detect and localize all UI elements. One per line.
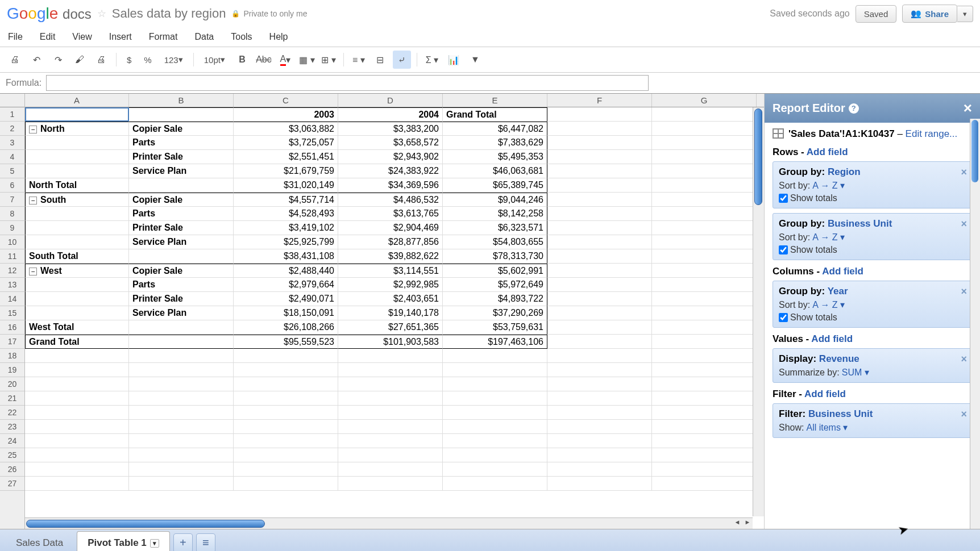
cell[interactable]: [652, 292, 757, 306]
cell[interactable]: $3,725,057: [234, 136, 338, 150]
row-header[interactable]: 23: [0, 420, 24, 434]
cell[interactable]: [25, 292, 129, 306]
cell[interactable]: [338, 406, 443, 420]
menu-data[interactable]: Data: [194, 32, 214, 42]
show-totals-checkbox[interactable]: [779, 313, 788, 322]
cell[interactable]: [129, 178, 234, 193]
cell[interactable]: [25, 107, 129, 122]
row-header[interactable]: 19: [0, 363, 24, 377]
cell[interactable]: [652, 207, 757, 221]
cell[interactable]: [338, 477, 443, 491]
cell[interactable]: $46,063,681: [443, 164, 547, 178]
cell[interactable]: $3,613,765: [338, 207, 443, 221]
cell[interactable]: 2004: [338, 107, 443, 122]
cell[interactable]: [547, 235, 652, 249]
cell[interactable]: $3,658,572: [338, 136, 443, 150]
cell[interactable]: West Total: [25, 320, 129, 335]
remove-icon[interactable]: ×: [961, 166, 967, 178]
cell[interactable]: $65,389,745: [443, 178, 547, 193]
col-header[interactable]: G: [652, 94, 757, 107]
col-header[interactable]: B: [129, 94, 234, 107]
cell[interactable]: Parts: [129, 136, 234, 150]
add-values-field[interactable]: Add field: [811, 333, 853, 344]
cell[interactable]: [25, 306, 129, 320]
bold-icon[interactable]: B: [233, 51, 251, 69]
menu-tools[interactable]: Tools: [231, 32, 252, 42]
row-header[interactable]: 26: [0, 462, 24, 477]
sort-dropdown[interactable]: A → Z ▾: [812, 232, 845, 243]
cell[interactable]: $2,488,440: [234, 264, 338, 278]
col-header[interactable]: E: [443, 94, 547, 107]
cell[interactable]: South Total: [25, 249, 129, 264]
add-rows-field[interactable]: Add field: [807, 147, 848, 157]
all-sheets-button[interactable]: ≡: [196, 533, 215, 552]
cell[interactable]: [129, 249, 234, 264]
cell[interactable]: [129, 420, 234, 434]
cell[interactable]: [652, 122, 757, 136]
cell[interactable]: [443, 462, 547, 477]
share-dropdown[interactable]: ▾: [957, 6, 973, 22]
cell[interactable]: [338, 391, 443, 406]
row-header[interactable]: 11: [0, 249, 24, 264]
cell[interactable]: [547, 420, 652, 434]
number-format[interactable]: 123 ▾: [160, 51, 188, 69]
cell[interactable]: [25, 207, 129, 221]
cell[interactable]: [547, 349, 652, 363]
cell[interactable]: [129, 363, 234, 377]
cell[interactable]: [652, 306, 757, 320]
cell[interactable]: [338, 462, 443, 477]
cell[interactable]: $6,323,571: [443, 221, 547, 235]
cell[interactable]: [547, 249, 652, 264]
cell[interactable]: [652, 164, 757, 178]
cell[interactable]: [652, 462, 757, 477]
col-header[interactable]: F: [547, 94, 652, 107]
cell[interactable]: [652, 278, 757, 292]
cell[interactable]: [547, 264, 652, 278]
row-header[interactable]: 9: [0, 221, 24, 235]
merge-icon[interactable]: ⊟: [371, 51, 389, 69]
cell[interactable]: [129, 377, 234, 391]
undo-icon[interactable]: ↶: [27, 51, 45, 69]
cell[interactable]: [234, 391, 338, 406]
cell[interactable]: $2,904,469: [338, 221, 443, 235]
cell[interactable]: $9,044,246: [443, 193, 547, 207]
cell[interactable]: [338, 377, 443, 391]
cell[interactable]: [129, 349, 234, 363]
cell[interactable]: [652, 335, 757, 349]
row-group-region[interactable]: × Group by: Region Sort by: A → Z ▾ Show…: [773, 161, 972, 208]
cell[interactable]: [652, 448, 757, 462]
cell[interactable]: [25, 136, 129, 150]
row-header[interactable]: 20: [0, 377, 24, 391]
cell[interactable]: $37,290,269: [443, 306, 547, 320]
cell[interactable]: [129, 335, 234, 349]
cell[interactable]: Grand Total: [443, 107, 547, 122]
cell[interactable]: [25, 150, 129, 164]
row-header[interactable]: 15: [0, 306, 24, 320]
cell[interactable]: [129, 406, 234, 420]
add-sheet-button[interactable]: +: [173, 533, 193, 552]
row-header[interactable]: 4: [0, 150, 24, 164]
cell[interactable]: $5,602,991: [443, 264, 547, 278]
collapse-icon[interactable]: −: [29, 197, 37, 204]
font-size[interactable]: 10pt ▾: [200, 51, 230, 69]
print-icon[interactable]: 🖨: [6, 51, 24, 69]
cell[interactable]: $8,142,258: [443, 207, 547, 221]
cell[interactable]: [547, 164, 652, 178]
cell[interactable]: [234, 448, 338, 462]
close-icon[interactable]: ×: [964, 99, 972, 117]
cell[interactable]: 2003: [234, 107, 338, 122]
cell[interactable]: [338, 349, 443, 363]
cell[interactable]: [652, 420, 757, 434]
cell[interactable]: $3,063,882: [234, 122, 338, 136]
cell[interactable]: $3,383,200: [338, 122, 443, 136]
cell[interactable]: [652, 107, 757, 122]
cell[interactable]: $78,313,730: [443, 249, 547, 264]
add-cols-field[interactable]: Add field: [822, 266, 863, 277]
cell[interactable]: [234, 434, 338, 448]
cell[interactable]: $4,486,532: [338, 193, 443, 207]
row-header[interactable]: 7: [0, 193, 24, 207]
cell[interactable]: $4,528,493: [234, 207, 338, 221]
help-icon[interactable]: ?: [849, 103, 859, 114]
row-header[interactable]: 18: [0, 349, 24, 363]
cell[interactable]: Grand Total: [25, 335, 129, 349]
